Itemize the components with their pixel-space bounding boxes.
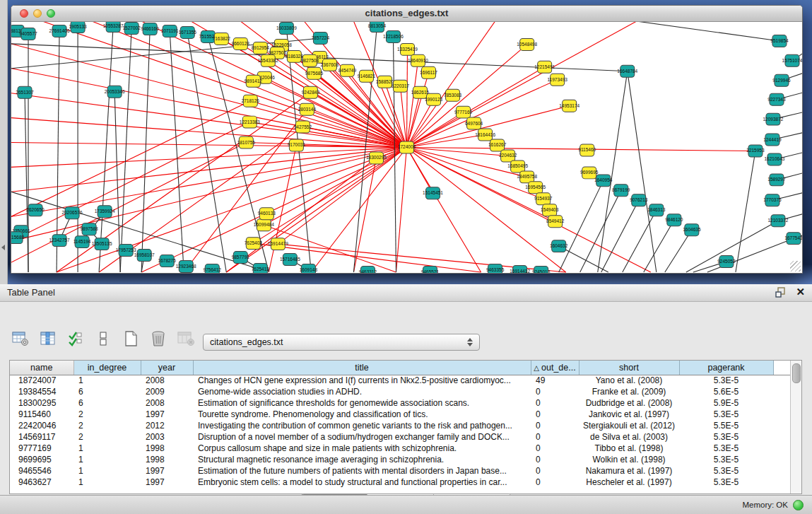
graph-node[interactable]: 9115460 (578, 144, 596, 156)
window-resize-grip[interactable] (790, 261, 801, 271)
graph-node[interactable]: 10553287 (103, 22, 124, 32)
collapse-panel-arrow-icon[interactable] (1, 245, 5, 250)
table-cell[interactable]: 1 (73, 477, 141, 488)
graph-node[interactable]: 11973493 (547, 74, 567, 86)
table-cell[interactable]: 0 (531, 477, 579, 488)
graph-node[interactable]: 3215953 (746, 145, 765, 157)
graph-node[interactable]: 9427552 (294, 121, 312, 133)
table-cell[interactable]: 5.5E-5 (679, 420, 773, 431)
graph-node[interactable]: 9463312 (359, 267, 377, 273)
graph-node[interactable]: 9245052 (717, 256, 736, 268)
window-titlebar[interactable]: citations_edges.txt (11, 6, 802, 22)
column-header-pagerank[interactable]: pagerank (679, 361, 773, 375)
graph-node[interactable]: 1905133 (69, 22, 87, 33)
table-cell[interactable]: Genome-wide association studies in ADHD. (193, 386, 531, 397)
graph-node[interactable]: 12103372 (768, 215, 789, 227)
table-cell[interactable]: Wolkin et al. (1998) (579, 454, 679, 465)
table-cell[interactable]: 6 (73, 386, 141, 397)
table-vertical-scrollbar[interactable] (790, 361, 801, 493)
graph-node[interactable]: 12093872 (763, 113, 784, 125)
table-cell[interactable]: 5.3E-5 (679, 431, 773, 443)
table-cell[interactable]: 0 (531, 443, 579, 454)
table-row[interactable]: 2242004622012Investigating the contribut… (10, 420, 790, 431)
graph-node[interactable]: 15751074 (782, 54, 802, 66)
graph-node[interactable]: 10548498 (517, 38, 537, 50)
column-header-short[interactable]: short (579, 361, 679, 375)
table-cell[interactable]: 1 (73, 443, 141, 454)
graph-node[interactable]: 8679199 (612, 185, 630, 197)
table-cell[interactable]: Changes of HCN gene expression and I(f) … (193, 375, 531, 386)
table-cell[interactable]: Tourette syndrome. Phenomenology and cla… (193, 409, 531, 420)
table-settings-icon[interactable] (11, 330, 30, 347)
table-cell[interactable]: 1997 (141, 409, 193, 420)
graph-node[interactable]: 16210643 (765, 153, 785, 165)
graph-node[interactable]: 17359924 (95, 206, 115, 218)
graph-node[interactable]: 1677543 (784, 233, 802, 245)
table-cell[interactable]: Dudbridge et al. (2008) (579, 397, 679, 409)
row-height-icon[interactable] (94, 330, 112, 347)
graph-node[interactable]: 7853083 (444, 89, 462, 101)
table-cell[interactable]: 1998 (141, 443, 193, 454)
table-cell[interactable]: 5.3E-5 (679, 465, 773, 477)
table-cell[interactable]: 0 (531, 397, 579, 409)
graph-node[interactable]: 9245013 (532, 267, 551, 273)
table-cell[interactable]: Yano et al. (2008) (579, 375, 679, 386)
table-cell[interactable]: 5.3E-5 (679, 375, 773, 386)
table-cell[interactable]: Investigating the contribution of common… (193, 420, 531, 431)
table-cell[interactable]: 9777169 (10, 443, 73, 454)
graph-node[interactable]: 8912954 (252, 42, 270, 54)
table-cell[interactable]: Stergiakouli et al. (2012) (579, 420, 679, 431)
graph-node[interactable]: 1549403 (541, 204, 559, 216)
graph-node[interactable]: 1244419 (763, 134, 782, 146)
table-row[interactable]: 1872400712008Changes of HCN gene express… (10, 375, 790, 386)
table-cell[interactable]: 2012 (141, 420, 193, 431)
delete-table-icon[interactable] (149, 330, 167, 347)
table-cell[interactable]: Disruption of a novel member of a sodium… (193, 431, 531, 443)
table-cell[interactable]: Franke et al. (2009) (579, 386, 679, 397)
graph-node[interactable]: 16033809 (276, 22, 297, 34)
graph-node[interactable]: 16958107 (134, 250, 155, 262)
table-cell[interactable]: 1 (73, 465, 141, 477)
table-cell[interactable]: 0 (531, 431, 579, 443)
graph-node[interactable]: 16914479 (268, 238, 288, 250)
table-row[interactable]: 946362711997Embryonic stem cells: a mode… (10, 477, 790, 488)
graph-node[interactable]: 9875685 (305, 67, 324, 79)
graph-node[interactable]: 7857224 (312, 32, 330, 44)
table-cell[interactable]: de Silva et al. (2003) (579, 431, 679, 443)
node-table[interactable]: name in_degree year title △out_de... sho… (10, 361, 790, 488)
table-cell[interactable]: 5.9E-5 (679, 397, 773, 409)
table-cell[interactable]: 1997 (141, 477, 193, 488)
graph-node[interactable]: 1846313 (647, 204, 666, 216)
graph-node[interactable]: 9857791 (232, 252, 250, 264)
graph-node[interactable]: 1604632 (550, 240, 568, 252)
graph-node[interactable]: 9699695 (580, 167, 599, 179)
graph-node[interactable]: 16954565 (525, 182, 546, 194)
table-cell[interactable]: Structural magnetic resonance image aver… (193, 454, 531, 465)
table-cell[interactable]: 0 (531, 465, 579, 477)
graph-node[interactable]: 12215491 (534, 61, 555, 73)
graph-node[interactable]: 8220317 (392, 80, 410, 92)
graph-node[interactable]: 12923468 (176, 261, 196, 273)
table-cell[interactable]: Estimation of significance thresholds fo… (193, 397, 531, 409)
graph-node[interactable]: 12218506 (383, 30, 404, 42)
graph-node[interactable]: 20206576 (62, 207, 83, 219)
table-cell[interactable]: 18724007 (10, 375, 73, 386)
table-cell[interactable]: 5.3E-5 (679, 409, 773, 420)
graph-node[interactable]: 9460133 (258, 208, 276, 220)
table-cell[interactable]: 9115460 (10, 409, 73, 420)
graph-node[interactable]: 9846120 (665, 214, 683, 226)
column-header-title[interactable]: title (193, 361, 531, 375)
table-row[interactable]: 946554611997Estimation of the future num… (10, 465, 790, 477)
graph-node[interactable]: 1616267 (488, 139, 507, 151)
table-cell[interactable]: 22420046 (10, 420, 73, 431)
table-cell[interactable]: Hescheler et al. (1997) (579, 477, 679, 488)
table-cell[interactable]: 9463627 (10, 477, 73, 488)
graph-node[interactable]: 6497604 (465, 117, 483, 129)
graph-node[interactable]: 16648784 (617, 65, 637, 77)
table-cell[interactable]: 18300295 (10, 397, 73, 409)
graph-node[interactable]: 13325419 (397, 43, 418, 55)
graph-node[interactable]: 15145451 (423, 187, 443, 199)
column-header-out-degree[interactable]: △out_de... (531, 361, 579, 375)
table-cell[interactable]: 9699695 (10, 454, 73, 465)
graph-node[interactable]: 1115688 (11, 232, 25, 244)
